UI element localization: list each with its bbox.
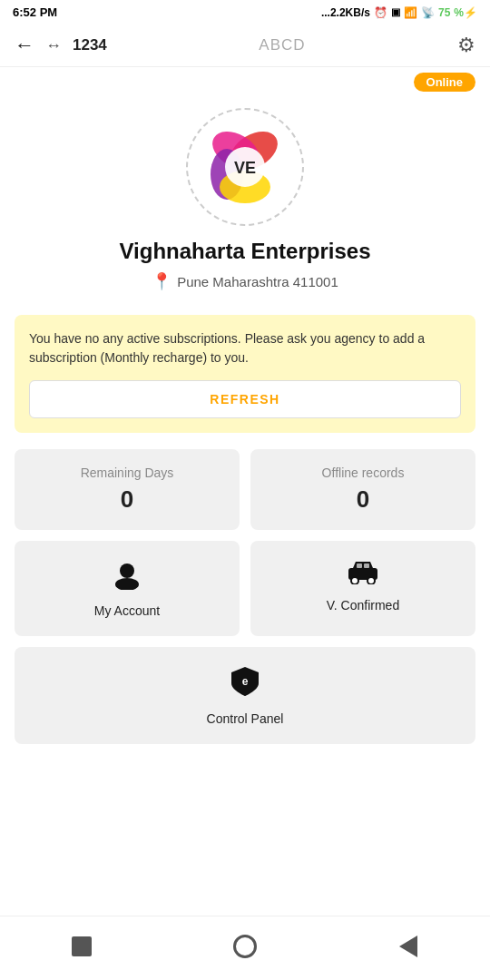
status-time: 6:52 PM (13, 5, 57, 19)
triangle-icon (399, 936, 417, 957)
alarm-icon: ⏰ (374, 6, 387, 19)
square-button[interactable] (66, 931, 97, 962)
circle-icon (233, 935, 257, 958)
online-badge-wrapper: Online (0, 67, 490, 92)
signal-icon: 📶 (404, 6, 417, 19)
logo-section: VE Vighnaharta Enterprises 📍 Pune Mahara… (0, 92, 490, 299)
nav-id: 1234 (73, 36, 107, 54)
control-panel-row: e Control Panel (15, 647, 475, 744)
offline-records-value: 0 (357, 485, 369, 514)
network-speed: ...2.2KB/s (321, 6, 370, 19)
location-row: 📍 Pune Maharashtra 411001 (152, 271, 338, 291)
menu-grid: My Account V. Confirmed (15, 541, 475, 636)
offline-records-label: Offline records (322, 466, 405, 480)
battery-icon: %⚡ (454, 6, 477, 19)
v-confirmed-card[interactable]: V. Confirmed (250, 541, 475, 636)
nav-placeholder: ABCD (118, 36, 446, 54)
shield-icon: e (230, 665, 260, 704)
subscription-message: You have no any active subscriptions. Pl… (29, 329, 461, 368)
wifi-icon: 📡 (421, 6, 435, 19)
location-pin-icon: 📍 (152, 271, 172, 291)
svg-point-11 (368, 577, 375, 584)
svg-point-7 (115, 578, 139, 590)
square-icon (72, 936, 92, 956)
battery-percent: 75 (438, 6, 450, 19)
svg-marker-9 (353, 562, 373, 568)
stats-grid: Remaining Days 0 Offline records 0 (15, 449, 475, 530)
status-right: ...2.2KB/s ⏰ ▣ 📶 📡 75 %⚡ (321, 6, 477, 19)
offline-records-card: Offline records 0 (250, 449, 475, 530)
refresh-button[interactable]: REFRESH (29, 380, 461, 418)
remaining-days-label: Remaining Days (81, 466, 174, 480)
svg-rect-12 (357, 564, 362, 568)
status-bar: 6:52 PM ...2.2KB/s ⏰ ▣ 📶 📡 75 %⚡ (0, 0, 490, 24)
logo-svg: VE (200, 122, 290, 212)
car-icon (347, 559, 379, 591)
remaining-days-value: 0 (121, 485, 133, 514)
svg-point-10 (351, 577, 358, 584)
control-panel-label: Control Panel (207, 711, 284, 726)
my-account-card[interactable]: My Account (15, 541, 240, 636)
my-account-label: My Account (94, 603, 160, 618)
company-logo: VE (186, 108, 304, 226)
nav-bar: ← ↔ 1234 ABCD ⚙ (0, 24, 490, 67)
online-badge: Online (414, 73, 475, 92)
sim-icon: ▣ (391, 6, 400, 18)
exchange-icon: ↔ (45, 36, 62, 55)
svg-text:e: e (242, 675, 249, 688)
v-confirmed-label: V. Confirmed (327, 598, 399, 612)
remaining-days-card: Remaining Days 0 (15, 449, 240, 530)
bottom-nav (0, 916, 490, 980)
back-button[interactable]: ← (15, 34, 34, 57)
svg-point-6 (120, 564, 134, 578)
back-button-nav[interactable] (393, 931, 424, 962)
subscription-warning: You have no any active subscriptions. Pl… (15, 315, 475, 433)
svg-text:VE: VE (234, 159, 256, 177)
control-panel-card[interactable]: e Control Panel (15, 647, 475, 744)
location-text: Pune Maharashtra 411001 (177, 274, 338, 289)
settings-button[interactable]: ⚙ (457, 34, 475, 57)
company-name: Vighnaharta Enterprises (120, 239, 371, 264)
account-icon (112, 559, 142, 596)
svg-rect-13 (364, 564, 369, 568)
home-button[interactable] (230, 931, 260, 962)
